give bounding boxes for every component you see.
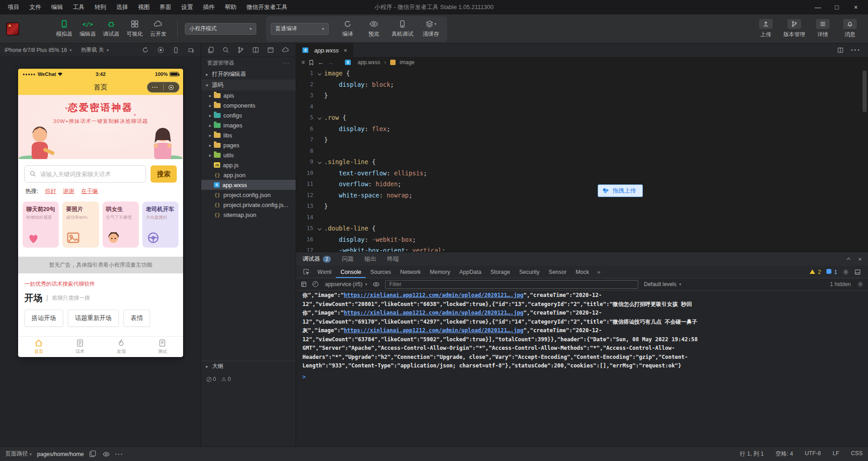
search-button[interactable]: 搜索 — [151, 165, 177, 183]
log-levels-select[interactable]: Default levels▾ — [644, 281, 681, 287]
close-panel-icon[interactable]: × — [858, 256, 862, 263]
dock-side-icon[interactable] — [854, 269, 861, 275]
hot-search-link[interactable]: 谢谢 — [63, 188, 74, 195]
code-line[interactable]: 10 text-overflow: ellipsis; — [296, 168, 868, 179]
tab-discover[interactable]: 发现 — [101, 337, 142, 357]
cloud-sync-icon[interactable] — [282, 47, 289, 53]
menu-item[interactable]: 界面 — [155, 0, 176, 14]
open-editors-section[interactable]: ▸ 打开的编辑器 — [201, 69, 296, 80]
card-driver[interactable]: 老司机开车 方向盘握好 — [142, 202, 179, 248]
mode-select[interactable]: 小程序模式▾ — [185, 23, 256, 35]
console-url-link[interactable]: https://xinlianai.app1212.com/admin/uplo… — [344, 292, 523, 298]
card-ask-photo[interactable]: 要照片 成功率90% — [62, 202, 99, 248]
messages-button[interactable]: 消息 — [838, 16, 862, 42]
tree-item[interactable]: ▸images — [201, 120, 296, 130]
more-menu-icon[interactable]: ··· — [147, 85, 163, 90]
menu-item[interactable]: 插件 — [198, 0, 220, 14]
code-line[interactable]: 9.single-line { — [296, 156, 868, 168]
outline-section[interactable]: ▸ 大纲 — [201, 361, 296, 372]
forward-arrow-icon[interactable]: → — [328, 59, 334, 66]
console-filter-input[interactable] — [385, 280, 638, 289]
console-output[interactable]: 你","image":"https://xinlianai.app1212.co… — [296, 291, 868, 447]
preview-window-icon[interactable] — [267, 47, 274, 53]
menu-item[interactable]: 视图 — [133, 0, 155, 14]
tree-item[interactable]: ▸apis — [201, 90, 296, 100]
version-control-button[interactable]: 版本管理 — [781, 16, 807, 42]
statusbar-item[interactable]: 空格: 4 — [775, 450, 793, 458]
device-frame-icon[interactable] — [173, 47, 179, 53]
menu-item[interactable]: 转到 — [90, 0, 111, 14]
menu-item[interactable]: 项目 — [3, 0, 24, 14]
menu-item[interactable]: 工具 — [68, 0, 90, 14]
more-options-icon[interactable]: ··· — [115, 451, 124, 457]
close-tab-icon[interactable]: × — [344, 47, 347, 54]
inspect-element-icon[interactable] — [303, 268, 310, 275]
tree-item[interactable]: ▸utils — [201, 150, 296, 160]
tab-problems[interactable]: 问题 — [342, 255, 354, 263]
tree-item[interactable]: ▸components — [201, 100, 296, 110]
menu-item[interactable]: 选择 — [111, 0, 133, 14]
preview-button[interactable]: 预览 — [362, 16, 386, 42]
clear-console-icon[interactable] — [312, 281, 320, 287]
files-icon[interactable] — [208, 47, 214, 53]
statusbar-item[interactable]: CSS — [851, 450, 863, 458]
code-line[interactable]: 8 — [296, 146, 868, 157]
editor-scrollbar[interactable] — [863, 71, 867, 112]
tab-home[interactable]: 首页 — [18, 337, 59, 357]
devtools-tab[interactable]: Sources — [366, 266, 396, 278]
eye-icon[interactable] — [373, 282, 380, 287]
tab-test[interactable]: 测试 — [142, 337, 183, 357]
code-line[interactable]: 5.row { — [296, 112, 868, 123]
tab-debugger[interactable]: 调试器 2 — [302, 255, 331, 263]
code-line[interactable]: 16 display: -webkit-box; — [296, 234, 868, 245]
topic-chip[interactable]: 话题重新开场 — [68, 310, 119, 327]
warning-icon[interactable] — [810, 269, 815, 275]
code-line[interactable]: 3} — [296, 90, 868, 101]
tab-scripts[interactable]: 话术 — [59, 337, 100, 357]
exit-miniprogram-icon[interactable] — [164, 85, 179, 90]
back-arrow-icon[interactable]: ← — [318, 59, 324, 66]
eye-icon[interactable] — [103, 452, 110, 457]
console-url-link[interactable]: https://xinlianai.app1212.com/admin/uplo… — [344, 310, 523, 316]
code-line[interactable]: 4 — [296, 101, 868, 113]
cloud-dev-button[interactable]: 云开发 — [146, 16, 170, 42]
compile-button[interactable]: 编译 — [336, 16, 359, 42]
avatar[interactable] — [6, 23, 19, 35]
code-line[interactable]: 17 -webkit-box-orient: vertical; — [296, 245, 868, 252]
search-input[interactable] — [24, 165, 146, 183]
tree-item[interactable]: {}project.config.json — [201, 190, 296, 200]
devtools-tab[interactable]: Storage — [486, 266, 515, 278]
compile-mode-select[interactable]: 普通编译▾ — [271, 23, 329, 35]
devtools-tab[interactable]: Console — [336, 266, 366, 278]
explorer-more-icon[interactable]: ··· — [283, 60, 290, 66]
tree-item[interactable]: JSapp.js — [201, 160, 296, 170]
hot-search-link[interactable]: 你好 — [45, 188, 56, 195]
visual-button[interactable]: 可视化 — [123, 16, 146, 42]
code-line[interactable]: 11 overflow: hidden; — [296, 179, 868, 190]
tab-terminal[interactable]: 终端 — [387, 255, 399, 263]
search-icon[interactable] — [222, 47, 229, 53]
maximize-button[interactable]: □ — [827, 0, 846, 14]
source-root-section[interactable]: ▾ 源码 — [201, 80, 296, 90]
devtools-tab[interactable]: Sensor — [544, 266, 571, 278]
simulator-button[interactable]: 模拟器 — [52, 16, 76, 42]
close-button[interactable]: × — [846, 0, 865, 14]
execution-context-select[interactable]: appservice (#5)▾ — [325, 281, 367, 287]
devtools-tab[interactable]: Wxml — [313, 266, 336, 278]
statusbar-item[interactable]: 行 1, 列 1 — [740, 450, 764, 458]
tree-item[interactable]: Sapp.wxss — [201, 180, 296, 190]
breadcrumb-symbol[interactable]: image — [400, 59, 415, 66]
copy-path-icon[interactable] — [90, 452, 94, 457]
code-line[interactable]: 2 display: block; — [296, 79, 868, 90]
editor-tab-app-wxss[interactable]: S app.wxss × — [296, 43, 353, 57]
statusbar-item[interactable]: UTF-8 — [805, 450, 821, 458]
warnings-count[interactable]: ⚠ 0 — [222, 376, 231, 382]
hero-banner[interactable]: 恋爱密语神器 30W+撩妹话术一键复制解决尬聊话题 ♥ ♥ — [18, 95, 183, 159]
code-line[interactable]: 13} — [296, 201, 868, 212]
devtools-tab[interactable]: Mock — [571, 266, 594, 278]
code-line[interactable]: 1image { — [296, 68, 868, 79]
bookmark-icon[interactable] — [309, 60, 314, 66]
page-path-selector[interactable]: 页面路径 ▾ — [5, 450, 32, 458]
upload-button[interactable]: 上传 — [754, 16, 778, 42]
device-debug-button[interactable]: 真机调试 — [388, 16, 416, 42]
